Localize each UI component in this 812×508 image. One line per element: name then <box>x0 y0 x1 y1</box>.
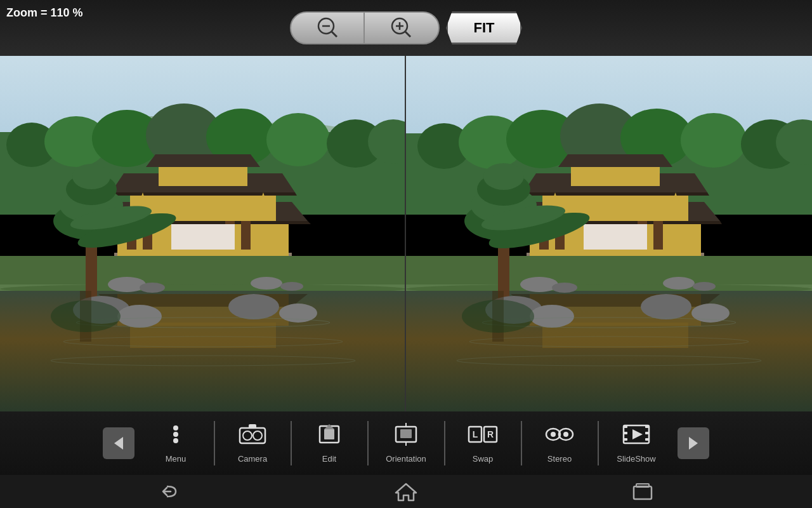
back-button[interactable] <box>145 479 193 504</box>
edit-label: Edit <box>322 454 336 464</box>
svg-marker-29 <box>146 154 260 167</box>
swap-label: Swap <box>473 454 494 464</box>
stereo-button[interactable]: Stereo <box>523 415 596 472</box>
svg-rect-148 <box>645 425 649 428</box>
nav-bar <box>0 475 812 508</box>
separator-6 <box>598 421 599 465</box>
svg-point-113 <box>530 305 574 328</box>
menu-button[interactable]: Menu <box>140 415 213 472</box>
zoom-label: Zoom = 110 % <box>6 6 83 20</box>
image-area <box>0 56 812 411</box>
svg-point-48 <box>72 164 110 189</box>
svg-point-54 <box>280 282 303 291</box>
left-stereo-panel <box>0 56 406 411</box>
toolbar-icons: Menu Camera <box>0 411 812 475</box>
svg-rect-35 <box>241 221 251 250</box>
stereo-icon <box>544 423 575 451</box>
svg-text:R: R <box>487 429 494 439</box>
svg-rect-149 <box>645 432 649 434</box>
svg-rect-155 <box>636 484 649 487</box>
zoom-controls: FIT <box>290 11 522 44</box>
svg-point-127 <box>253 431 262 440</box>
edit-icon <box>317 423 342 451</box>
separator-5 <box>521 421 522 465</box>
zoom-in-button[interactable] <box>363 11 440 44</box>
menu-icon <box>164 423 187 451</box>
slideshow-icon <box>622 423 650 451</box>
svg-point-141 <box>551 432 556 437</box>
svg-point-110 <box>663 277 695 290</box>
svg-point-109 <box>552 283 577 293</box>
prev-arrow-icon <box>103 427 134 459</box>
camera-button[interactable]: Camera <box>216 415 289 472</box>
svg-rect-43 <box>130 323 276 348</box>
svg-point-56 <box>117 305 162 328</box>
separator-1 <box>214 421 215 465</box>
recents-button[interactable] <box>619 479 667 504</box>
svg-marker-152 <box>689 437 698 450</box>
orientation-label: Orientation <box>386 454 426 464</box>
orientation-icon <box>393 423 419 451</box>
svg-rect-147 <box>624 438 627 441</box>
svg-rect-133 <box>400 429 412 438</box>
svg-point-51 <box>108 277 146 292</box>
svg-point-63 <box>51 300 121 332</box>
slideshow-label: SlideShow <box>617 454 655 464</box>
prev-button[interactable] <box>98 415 140 472</box>
next-button[interactable] <box>673 415 714 472</box>
svg-point-114 <box>641 294 691 319</box>
camera-label: Camera <box>238 454 267 464</box>
svg-marker-27 <box>109 192 297 196</box>
svg-rect-85 <box>571 164 660 186</box>
right-stereo-panel <box>406 56 812 411</box>
separator-3 <box>367 421 369 465</box>
bottom-bar: Menu Camera <box>0 411 812 508</box>
svg-text:L: L <box>473 429 478 439</box>
svg-point-108 <box>520 277 558 292</box>
svg-point-75 <box>681 113 747 168</box>
orientation-button[interactable]: Orientation <box>370 415 443 472</box>
menu-label: Menu <box>166 454 187 464</box>
svg-rect-154 <box>634 486 652 499</box>
separator-2 <box>291 421 292 465</box>
home-button[interactable] <box>382 478 430 505</box>
svg-point-53 <box>251 277 282 290</box>
svg-rect-93 <box>584 224 647 250</box>
svg-rect-100 <box>542 323 688 348</box>
svg-rect-150 <box>645 438 649 441</box>
slideshow-button[interactable]: SlideShow <box>600 415 673 472</box>
svg-point-111 <box>693 282 716 291</box>
svg-point-57 <box>228 294 279 319</box>
camera-icon <box>239 423 266 451</box>
svg-point-105 <box>483 163 524 190</box>
svg-rect-28 <box>159 164 247 186</box>
svg-marker-121 <box>114 437 123 450</box>
svg-rect-36 <box>171 224 235 250</box>
svg-point-52 <box>140 283 165 293</box>
svg-point-122 <box>173 425 178 431</box>
svg-rect-145 <box>624 425 627 428</box>
svg-marker-153 <box>396 484 416 500</box>
svg-point-18 <box>266 113 330 166</box>
next-arrow-icon <box>678 427 709 459</box>
svg-rect-146 <box>624 432 627 434</box>
svg-line-6 <box>405 32 410 37</box>
svg-point-120 <box>462 300 534 333</box>
svg-rect-92 <box>653 221 663 250</box>
zoom-out-button[interactable] <box>290 11 366 44</box>
separator-4 <box>444 421 445 465</box>
svg-rect-130 <box>324 429 334 439</box>
swap-button[interactable]: L R Swap <box>447 415 520 472</box>
svg-marker-86 <box>558 154 672 167</box>
svg-marker-151 <box>632 429 643 439</box>
swap-icon: L R <box>468 423 498 451</box>
svg-point-143 <box>563 432 568 437</box>
svg-point-124 <box>173 438 178 443</box>
svg-point-123 <box>173 432 178 437</box>
edit-button[interactable]: Edit <box>293 415 366 472</box>
svg-marker-84 <box>521 192 709 196</box>
fit-button[interactable]: FIT <box>446 11 522 44</box>
stereo-label: Stereo <box>547 454 572 464</box>
top-bar: Zoom = 110 % FIT <box>0 0 812 56</box>
svg-line-2 <box>332 32 337 37</box>
